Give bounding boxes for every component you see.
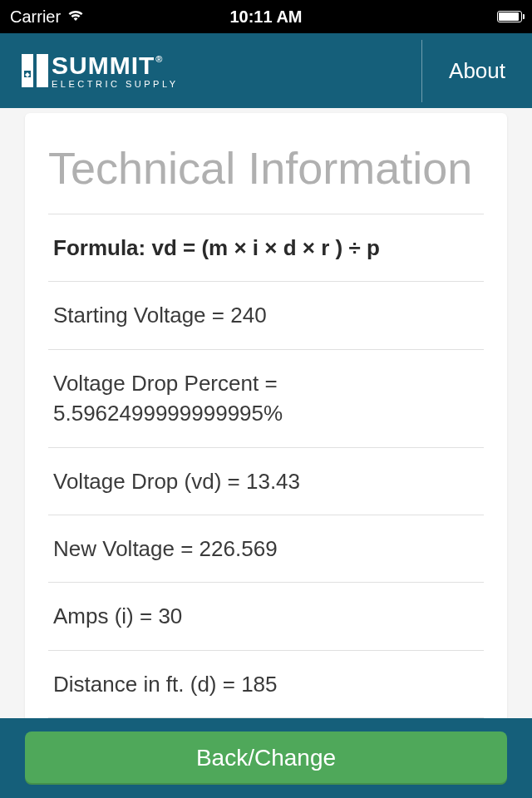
logo-mark-icon (20, 52, 50, 89)
status-bar: Carrier 10:11 AM (0, 0, 532, 33)
info-card: Technical Information Formula: vd = (m ×… (25, 113, 507, 728)
amps-row: Amps (i) = 30 (48, 582, 484, 649)
content: Technical Information Formula: vd = (m ×… (0, 113, 532, 728)
formula-row: Formula: vd = (m × i × d × r ) ÷ p (48, 214, 484, 281)
page-title: Technical Information (48, 142, 484, 194)
logo-text: SUMMIT ® ELECTRIC SUPPLY (52, 53, 179, 89)
app-header: SUMMIT ® ELECTRIC SUPPLY About (0, 33, 532, 108)
voltage-drop-row: Voltage Drop (vd) = 13.43 (48, 447, 484, 515)
status-left: Carrier (10, 7, 84, 27)
status-right (497, 11, 522, 22)
status-time: 10:11 AM (229, 7, 302, 27)
distance-row: Distance in ft. (d) = 185 (48, 650, 484, 717)
bottom-bar: Back/Change (0, 718, 532, 798)
wifi-icon (67, 7, 84, 27)
battery-icon (497, 11, 522, 22)
svg-rect-1 (37, 54, 48, 87)
voltage-drop-percent-row: Voltage Drop Percent = 5.596249999999999… (48, 349, 484, 447)
back-button[interactable]: Back/Change (25, 732, 507, 785)
starting-voltage-row: Starting Voltage = 240 (48, 281, 484, 348)
brand-registered: ® (155, 55, 163, 64)
brand-tagline: ELECTRIC SUPPLY (52, 80, 179, 89)
about-button[interactable]: About (421, 40, 532, 102)
brand-name: SUMMIT (52, 53, 155, 78)
brand-logo[interactable]: SUMMIT ® ELECTRIC SUPPLY (20, 52, 179, 89)
new-voltage-row: New Voltage = 226.569 (48, 515, 484, 582)
carrier-label: Carrier (10, 7, 61, 27)
